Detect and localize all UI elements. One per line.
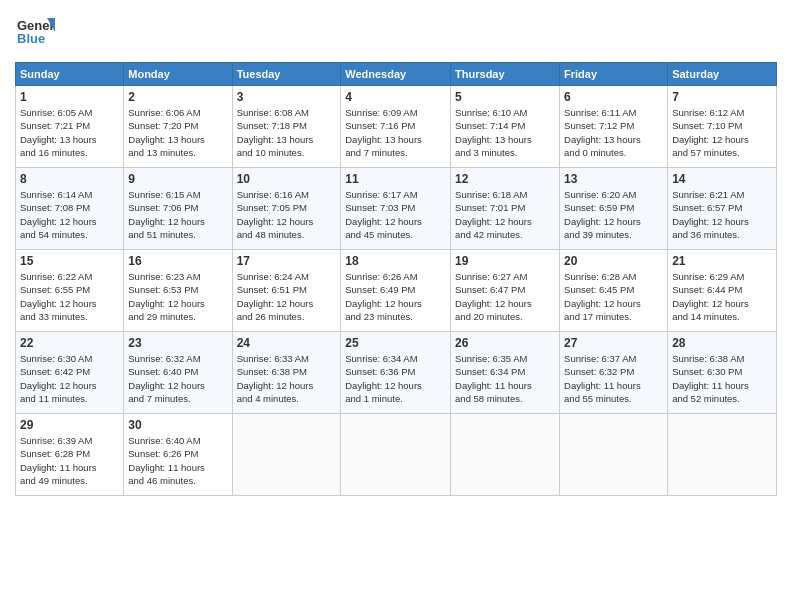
day-info: Sunrise: 6:08 AM Sunset: 7:18 PM Dayligh… <box>237 106 337 159</box>
calendar-cell: 15Sunrise: 6:22 AM Sunset: 6:55 PM Dayli… <box>16 250 124 332</box>
day-number: 14 <box>672 172 772 186</box>
day-number: 26 <box>455 336 555 350</box>
day-info: Sunrise: 6:30 AM Sunset: 6:42 PM Dayligh… <box>20 352 119 405</box>
calendar-cell <box>668 414 777 496</box>
day-info: Sunrise: 6:28 AM Sunset: 6:45 PM Dayligh… <box>564 270 663 323</box>
calendar-cell: 17Sunrise: 6:24 AM Sunset: 6:51 PM Dayli… <box>232 250 341 332</box>
day-number: 23 <box>128 336 227 350</box>
calendar-cell: 19Sunrise: 6:27 AM Sunset: 6:47 PM Dayli… <box>451 250 560 332</box>
day-number: 11 <box>345 172 446 186</box>
day-number: 21 <box>672 254 772 268</box>
day-info: Sunrise: 6:39 AM Sunset: 6:28 PM Dayligh… <box>20 434 119 487</box>
calendar-week-3: 15Sunrise: 6:22 AM Sunset: 6:55 PM Dayli… <box>16 250 777 332</box>
calendar-cell: 4Sunrise: 6:09 AM Sunset: 7:16 PM Daylig… <box>341 86 451 168</box>
col-header-thursday: Thursday <box>451 63 560 86</box>
calendar-cell: 21Sunrise: 6:29 AM Sunset: 6:44 PM Dayli… <box>668 250 777 332</box>
calendar-cell <box>341 414 451 496</box>
calendar-cell: 28Sunrise: 6:38 AM Sunset: 6:30 PM Dayli… <box>668 332 777 414</box>
calendar-cell: 10Sunrise: 6:16 AM Sunset: 7:05 PM Dayli… <box>232 168 341 250</box>
day-info: Sunrise: 6:10 AM Sunset: 7:14 PM Dayligh… <box>455 106 555 159</box>
day-number: 19 <box>455 254 555 268</box>
day-number: 30 <box>128 418 227 432</box>
day-number: 20 <box>564 254 663 268</box>
calendar-cell: 26Sunrise: 6:35 AM Sunset: 6:34 PM Dayli… <box>451 332 560 414</box>
day-number: 3 <box>237 90 337 104</box>
day-number: 17 <box>237 254 337 268</box>
calendar-week-5: 29Sunrise: 6:39 AM Sunset: 6:28 PM Dayli… <box>16 414 777 496</box>
day-info: Sunrise: 6:09 AM Sunset: 7:16 PM Dayligh… <box>345 106 446 159</box>
day-info: Sunrise: 6:15 AM Sunset: 7:06 PM Dayligh… <box>128 188 227 241</box>
calendar-cell: 9Sunrise: 6:15 AM Sunset: 7:06 PM Daylig… <box>124 168 232 250</box>
calendar-cell: 22Sunrise: 6:30 AM Sunset: 6:42 PM Dayli… <box>16 332 124 414</box>
calendar-cell: 23Sunrise: 6:32 AM Sunset: 6:40 PM Dayli… <box>124 332 232 414</box>
day-number: 29 <box>20 418 119 432</box>
day-number: 12 <box>455 172 555 186</box>
day-number: 15 <box>20 254 119 268</box>
day-info: Sunrise: 6:05 AM Sunset: 7:21 PM Dayligh… <box>20 106 119 159</box>
day-info: Sunrise: 6:26 AM Sunset: 6:49 PM Dayligh… <box>345 270 446 323</box>
calendar-cell: 8Sunrise: 6:14 AM Sunset: 7:08 PM Daylig… <box>16 168 124 250</box>
day-info: Sunrise: 6:27 AM Sunset: 6:47 PM Dayligh… <box>455 270 555 323</box>
calendar-header-row: SundayMondayTuesdayWednesdayThursdayFrid… <box>16 63 777 86</box>
calendar-cell: 27Sunrise: 6:37 AM Sunset: 6:32 PM Dayli… <box>560 332 668 414</box>
calendar-week-1: 1Sunrise: 6:05 AM Sunset: 7:21 PM Daylig… <box>16 86 777 168</box>
calendar-cell: 12Sunrise: 6:18 AM Sunset: 7:01 PM Dayli… <box>451 168 560 250</box>
calendar-cell: 11Sunrise: 6:17 AM Sunset: 7:03 PM Dayli… <box>341 168 451 250</box>
col-header-saturday: Saturday <box>668 63 777 86</box>
calendar-table: SundayMondayTuesdayWednesdayThursdayFrid… <box>15 62 777 496</box>
day-info: Sunrise: 6:22 AM Sunset: 6:55 PM Dayligh… <box>20 270 119 323</box>
day-info: Sunrise: 6:34 AM Sunset: 6:36 PM Dayligh… <box>345 352 446 405</box>
day-info: Sunrise: 6:40 AM Sunset: 6:26 PM Dayligh… <box>128 434 227 487</box>
day-info: Sunrise: 6:33 AM Sunset: 6:38 PM Dayligh… <box>237 352 337 405</box>
day-info: Sunrise: 6:06 AM Sunset: 7:20 PM Dayligh… <box>128 106 227 159</box>
day-info: Sunrise: 6:24 AM Sunset: 6:51 PM Dayligh… <box>237 270 337 323</box>
calendar-cell <box>560 414 668 496</box>
calendar-week-2: 8Sunrise: 6:14 AM Sunset: 7:08 PM Daylig… <box>16 168 777 250</box>
day-number: 16 <box>128 254 227 268</box>
col-header-tuesday: Tuesday <box>232 63 341 86</box>
day-number: 2 <box>128 90 227 104</box>
col-header-friday: Friday <box>560 63 668 86</box>
calendar-week-4: 22Sunrise: 6:30 AM Sunset: 6:42 PM Dayli… <box>16 332 777 414</box>
day-info: Sunrise: 6:35 AM Sunset: 6:34 PM Dayligh… <box>455 352 555 405</box>
day-info: Sunrise: 6:12 AM Sunset: 7:10 PM Dayligh… <box>672 106 772 159</box>
day-number: 25 <box>345 336 446 350</box>
day-info: Sunrise: 6:14 AM Sunset: 7:08 PM Dayligh… <box>20 188 119 241</box>
day-info: Sunrise: 6:17 AM Sunset: 7:03 PM Dayligh… <box>345 188 446 241</box>
day-info: Sunrise: 6:38 AM Sunset: 6:30 PM Dayligh… <box>672 352 772 405</box>
day-number: 6 <box>564 90 663 104</box>
day-info: Sunrise: 6:21 AM Sunset: 6:57 PM Dayligh… <box>672 188 772 241</box>
svg-text:Blue: Blue <box>17 31 45 46</box>
col-header-monday: Monday <box>124 63 232 86</box>
calendar-cell: 29Sunrise: 6:39 AM Sunset: 6:28 PM Dayli… <box>16 414 124 496</box>
calendar-cell: 3Sunrise: 6:08 AM Sunset: 7:18 PM Daylig… <box>232 86 341 168</box>
calendar-cell: 1Sunrise: 6:05 AM Sunset: 7:21 PM Daylig… <box>16 86 124 168</box>
day-info: Sunrise: 6:11 AM Sunset: 7:12 PM Dayligh… <box>564 106 663 159</box>
header: General Blue <box>15 10 777 54</box>
day-number: 8 <box>20 172 119 186</box>
calendar-cell: 25Sunrise: 6:34 AM Sunset: 6:36 PM Dayli… <box>341 332 451 414</box>
day-number: 13 <box>564 172 663 186</box>
calendar-cell: 13Sunrise: 6:20 AM Sunset: 6:59 PM Dayli… <box>560 168 668 250</box>
day-info: Sunrise: 6:29 AM Sunset: 6:44 PM Dayligh… <box>672 270 772 323</box>
calendar-cell: 6Sunrise: 6:11 AM Sunset: 7:12 PM Daylig… <box>560 86 668 168</box>
calendar-cell: 24Sunrise: 6:33 AM Sunset: 6:38 PM Dayli… <box>232 332 341 414</box>
calendar-cell: 16Sunrise: 6:23 AM Sunset: 6:53 PM Dayli… <box>124 250 232 332</box>
day-info: Sunrise: 6:37 AM Sunset: 6:32 PM Dayligh… <box>564 352 663 405</box>
day-number: 9 <box>128 172 227 186</box>
calendar-cell: 2Sunrise: 6:06 AM Sunset: 7:20 PM Daylig… <box>124 86 232 168</box>
logo-icon: General Blue <box>15 10 55 54</box>
day-number: 24 <box>237 336 337 350</box>
calendar-cell <box>451 414 560 496</box>
col-header-sunday: Sunday <box>16 63 124 86</box>
day-info: Sunrise: 6:16 AM Sunset: 7:05 PM Dayligh… <box>237 188 337 241</box>
calendar-cell <box>232 414 341 496</box>
calendar-cell: 7Sunrise: 6:12 AM Sunset: 7:10 PM Daylig… <box>668 86 777 168</box>
day-number: 4 <box>345 90 446 104</box>
calendar-cell: 20Sunrise: 6:28 AM Sunset: 6:45 PM Dayli… <box>560 250 668 332</box>
day-number: 1 <box>20 90 119 104</box>
day-info: Sunrise: 6:18 AM Sunset: 7:01 PM Dayligh… <box>455 188 555 241</box>
logo: General Blue <box>15 10 61 54</box>
calendar-cell: 5Sunrise: 6:10 AM Sunset: 7:14 PM Daylig… <box>451 86 560 168</box>
day-number: 7 <box>672 90 772 104</box>
